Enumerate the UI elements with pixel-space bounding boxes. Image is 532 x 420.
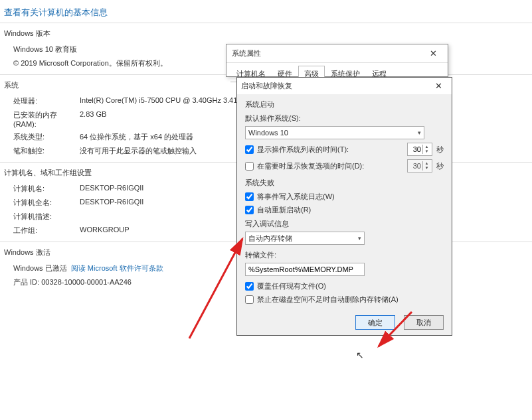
systype-label: 系统类型: <box>13 132 80 142</box>
default-os-select[interactable]: Windows 10 ▾ <box>245 126 424 139</box>
overwrite-checkbox[interactable] <box>245 282 254 291</box>
seconds-unit: 秒 <box>436 161 444 171</box>
default-os-label: 默认操作系统(S): <box>245 113 444 123</box>
cpu-val: Intel(R) Core(TM) i5-7500 CPU @ 3.40GHz … <box>80 96 254 106</box>
dlg1-title: 系统属性 <box>232 48 261 58</box>
divider <box>0 23 532 23</box>
auto-restart-label: 自动重新启动(R) <box>257 205 311 215</box>
dump-type-select[interactable]: 自动内存转储 ▾ <box>245 232 365 245</box>
cursor-icon: ↖ <box>356 350 364 360</box>
show-oslist-time-input[interactable]: ▲▼ <box>407 143 432 156</box>
pcname-label: 计算机名: <box>13 184 80 194</box>
dump-file-input[interactable] <box>245 263 365 276</box>
license-link[interactable]: 阅读 Microsoft 软件许可条款 <box>71 263 163 273</box>
pcfullname-val: DESKTOP-R6IGQII <box>80 198 143 208</box>
show-recovery-value <box>408 162 422 170</box>
dump-type-value: 自动内存转储 <box>248 234 292 244</box>
cpu-label: 处理器: <box>13 96 80 106</box>
show-recovery-checkbox[interactable] <box>245 162 254 171</box>
debug-info-label: 写入调试信息 <box>245 219 444 229</box>
systype-val: 64 位操作系统，基于 x64 的处理器 <box>80 132 193 142</box>
chevron-down-icon: ▾ <box>418 129 421 136</box>
dlg2-title: 启动和故障恢复 <box>241 81 292 91</box>
ram-val: 2.83 GB <box>80 110 106 128</box>
pcname-val: DESKTOP-R6IGQII <box>80 184 143 194</box>
no-auto-delete-label: 禁止在磁盘空间不足时自动删除内存转储(A) <box>257 295 399 305</box>
startup-header: 系统启动 <box>245 100 444 109</box>
close-icon[interactable]: ✕ <box>429 81 448 91</box>
pen-val: 没有可用于此显示器的笔或触控输入 <box>80 146 197 156</box>
ram-label: 已安装的内存(RAM): <box>13 110 80 128</box>
startup-recovery-dialog: 启动和故障恢复 ✕ 系统启动 默认操作系统(S): Windows 10 ▾ 显… <box>236 77 452 336</box>
page-title: 查看有关计算机的基本信息 <box>0 0 532 21</box>
close-icon[interactable]: ✕ <box>424 48 442 58</box>
show-recovery-label: 在需要时显示恢复选项的时间(D): <box>257 161 407 171</box>
failure-header: 系统失败 <box>245 178 444 188</box>
write-event-checkbox[interactable] <box>245 192 254 201</box>
show-oslist-label: 显示操作系统列表的时间(T): <box>257 145 407 155</box>
wg-val: WORKGROUP <box>80 226 130 236</box>
section-winver: Windows 版本 <box>0 25 532 40</box>
pcdesc-label: 计算机描述: <box>13 212 80 222</box>
overwrite-label: 覆盖任何现有文件(O) <box>257 281 326 291</box>
seconds-unit: 秒 <box>436 145 444 155</box>
pcfullname-label: 计算机全名: <box>13 198 80 208</box>
default-os-value: Windows 10 <box>248 129 288 137</box>
show-recovery-time-input: ▲▼ <box>407 159 432 173</box>
no-auto-delete-checkbox[interactable] <box>245 295 254 304</box>
wg-label: 工作组: <box>13 226 80 236</box>
auto-restart-checkbox[interactable] <box>245 206 254 214</box>
show-oslist-value[interactable] <box>408 145 422 153</box>
show-oslist-checkbox[interactable] <box>245 145 254 154</box>
activation-status: Windows 已激活 <box>13 263 67 273</box>
dump-file-label: 转储文件: <box>245 250 444 260</box>
pen-label: 笔和触控: <box>13 146 80 156</box>
chevron-down-icon: ▾ <box>358 235 361 242</box>
cancel-button[interactable]: 取消 <box>404 315 444 330</box>
system-properties-dialog: 系统属性 ✕ 计算机名 硬件 高级 系统保护 远程 <box>226 44 448 77</box>
ok-button[interactable]: 确定 <box>355 315 395 330</box>
write-event-label: 将事件写入系统日志(W) <box>257 192 335 202</box>
